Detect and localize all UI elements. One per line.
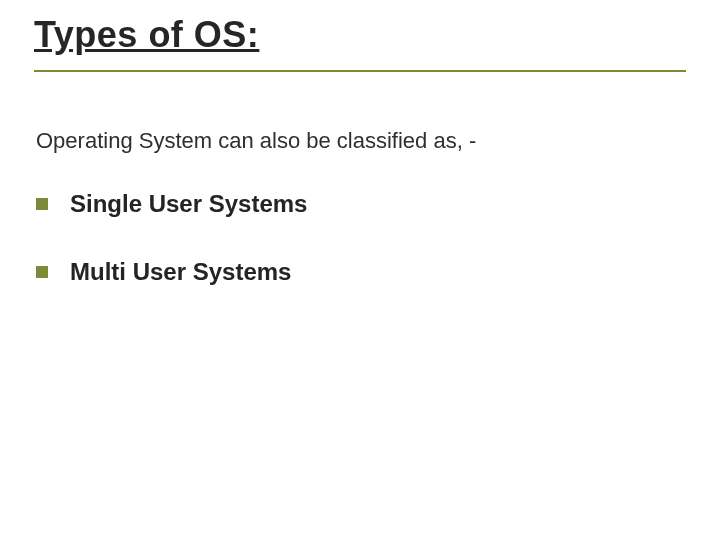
title-underline-rule bbox=[34, 70, 686, 72]
square-bullet-icon bbox=[36, 198, 48, 210]
list-item: Single User Systems bbox=[36, 190, 676, 218]
bullet-text: Single User Systems bbox=[70, 190, 307, 218]
title-block: Types of OS: bbox=[34, 14, 686, 72]
square-bullet-icon bbox=[36, 266, 48, 278]
intro-text: Operating System can also be classified … bbox=[36, 128, 676, 154]
slide-title: Types of OS: bbox=[34, 14, 686, 56]
slide: Types of OS: Operating System can also b… bbox=[0, 0, 720, 540]
slide-body: Operating System can also be classified … bbox=[36, 128, 676, 326]
list-item: Multi User Systems bbox=[36, 258, 676, 286]
bullet-text: Multi User Systems bbox=[70, 258, 291, 286]
